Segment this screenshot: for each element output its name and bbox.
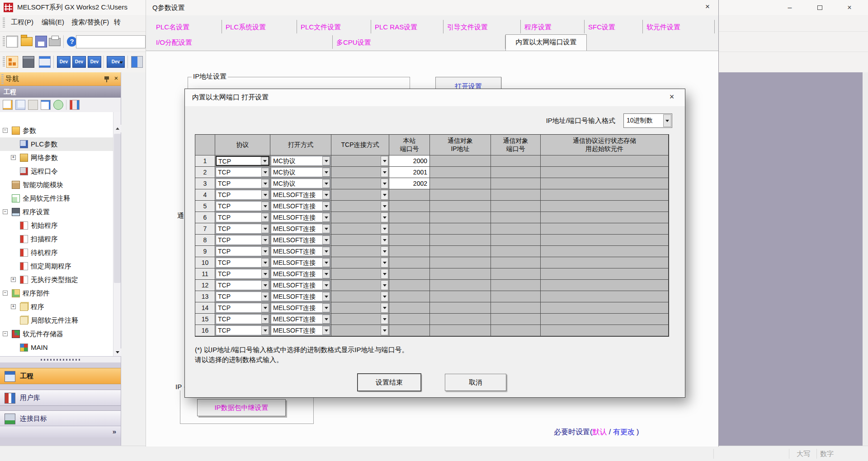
open-method-combobox[interactable]: MELSOFT连接 [271,303,330,313]
open-method-combobox[interactable]: MELSOFT连接 [271,190,330,200]
scroll-up-icon[interactable] [113,125,121,132]
panel-close-icon[interactable]: × [112,74,120,83]
setting-end-button[interactable]: 设置结束 [358,374,421,391]
toolbar-combobox[interactable] [76,35,146,48]
dropdown-button[interactable] [261,269,269,278]
module-configuration-icon[interactable] [23,56,34,68]
tree-item[interactable]: 待机程序 [0,246,113,259]
menu-convert-partial[interactable]: 转 [114,18,121,27]
tcp-connect-dropdown-button[interactable] [381,190,388,200]
protocol-combobox[interactable]: TCP [216,292,269,301]
dialog-titlebar[interactable]: Q参数设置 × [146,0,718,15]
tree-item[interactable]: 初始程序 [0,219,113,232]
default-link[interactable]: 默认 [592,428,607,436]
toolbar-grip[interactable] [3,36,5,47]
dialog-titlebar[interactable]: 内置以太网端口 打开设置 × [185,89,685,106]
minimize-button[interactable]: – [777,0,803,15]
tcp-connect-dropdown-button[interactable] [381,325,388,335]
close-icon[interactable]: × [701,2,714,13]
dropdown-button[interactable] [322,303,330,312]
open-method-combobox[interactable]: MELSOFT连接 [271,212,330,222]
dropdown-button[interactable] [322,258,330,267]
input-format-combobox[interactable]: 10进制数 [623,113,672,128]
open-method-combobox[interactable]: MELSOFT连接 [271,258,330,268]
open-method-combobox[interactable]: MC协议 [271,167,330,177]
open-project-icon[interactable] [21,37,33,46]
dropdown-button[interactable] [322,269,330,278]
new-data-icon[interactable] [3,100,13,110]
toolbar-grip[interactable] [3,56,5,67]
protocol-combobox[interactable]: TCP [216,190,269,200]
tree-item[interactable]: 远程口令 [0,165,113,178]
refresh-icon[interactable] [53,100,63,110]
tree-item[interactable]: −参数 [0,124,113,137]
pin-icon[interactable] [104,76,109,82]
dropdown-button[interactable] [261,292,269,301]
open-method-combobox[interactable]: MELSOFT连接 [271,224,330,234]
dropdown-button[interactable] [322,247,330,256]
open-method-combobox[interactable]: MELSOFT连接 [271,201,330,211]
dropdown-button[interactable] [322,179,330,188]
tcp-connect-dropdown-button[interactable] [381,292,388,301]
qparam-tab[interactable]: PLC系统设置 [222,20,297,33]
device-comment-icon[interactable]: Dev [72,56,86,68]
cancel-button[interactable]: 取消 [445,374,506,391]
ip-packet-relay-button[interactable]: IP数据包中继设置 [197,399,286,416]
nav-button-library[interactable]: 用户库 [0,390,121,406]
toolbar-grip[interactable] [3,18,5,28]
host-port-cell[interactable]: 2002 [389,178,430,189]
tree-item[interactable]: −软元件存储器 [0,327,113,341]
open-method-combobox[interactable]: MELSOFT连接 [271,325,330,335]
dropdown-button[interactable] [261,258,269,267]
close-button[interactable]: × [836,0,863,15]
help-icon[interactable]: ? [67,37,77,47]
close-icon[interactable]: × [665,92,679,104]
protocol-combobox[interactable]: TCP [216,156,269,166]
dropdown-button[interactable] [322,213,330,222]
qparam-tab[interactable]: SFC设置 [585,20,643,33]
open-method-combobox[interactable]: MELSOFT连接 [271,280,330,290]
tcp-connect-dropdown-button[interactable] [381,201,388,211]
dropdown-button[interactable] [261,202,269,211]
tcp-connect-dropdown-button[interactable] [381,156,388,166]
host-port-cell[interactable]: 2001 [389,167,430,178]
dropdown-button[interactable] [322,292,330,301]
dropdown-button[interactable] [261,315,269,324]
dropdown-button[interactable] [261,235,269,245]
dropdown-button[interactable] [322,235,330,245]
protocol-combobox[interactable]: TCP [216,314,269,324]
open-method-combobox[interactable]: MC协议 [271,156,330,166]
dropdown-button[interactable] [663,114,671,127]
qparam-tab[interactable]: PLC文件设置 [297,20,371,33]
expand-icon[interactable]: + [11,277,16,282]
qparam-tab[interactable]: I/O分配设置 [152,35,333,49]
qparam-tab[interactable]: 程序设置 [521,20,585,33]
device-comment-dropdown-icon[interactable]: Dev [107,56,125,68]
tcp-connect-dropdown-button[interactable] [381,224,388,234]
tcp-connect-dropdown-button[interactable] [381,246,388,256]
open-method-combobox[interactable]: MC协议 [271,179,330,188]
scroll-down-icon[interactable] [113,348,121,356]
collapse-icon[interactable]: − [3,128,8,133]
new-project-icon[interactable] [6,36,18,47]
dropdown-button[interactable] [261,303,269,312]
protocol-combobox[interactable]: TCP [216,269,269,279]
qparam-tab[interactable]: 引导文件设置 [443,20,521,33]
tree-item[interactable]: 扫描程序 [0,232,113,246]
nav-button-project[interactable]: 工程 [0,368,121,384]
host-port-cell[interactable]: 2000 [389,155,430,167]
tree-item[interactable]: 恒定周期程序 [0,259,113,273]
tcp-connect-dropdown-button[interactable] [381,269,388,279]
dropdown-button[interactable] [261,157,269,165]
tree-item[interactable]: −程序设置 [0,205,113,219]
protocol-combobox[interactable]: TCP [216,280,269,290]
dropdown-button[interactable] [322,326,330,335]
qparam-tab[interactable]: 多CPU设置 [333,35,505,49]
tcp-connect-dropdown-button[interactable] [381,258,388,268]
menu-project[interactable]: 工程(P) [11,18,33,27]
dropdown-button[interactable] [322,315,330,324]
open-method-combobox[interactable]: MELSOFT连接 [271,292,330,301]
tree-scrollbar[interactable] [113,112,121,356]
dropdown-button[interactable] [322,190,330,199]
watch-icon[interactable] [131,56,143,68]
